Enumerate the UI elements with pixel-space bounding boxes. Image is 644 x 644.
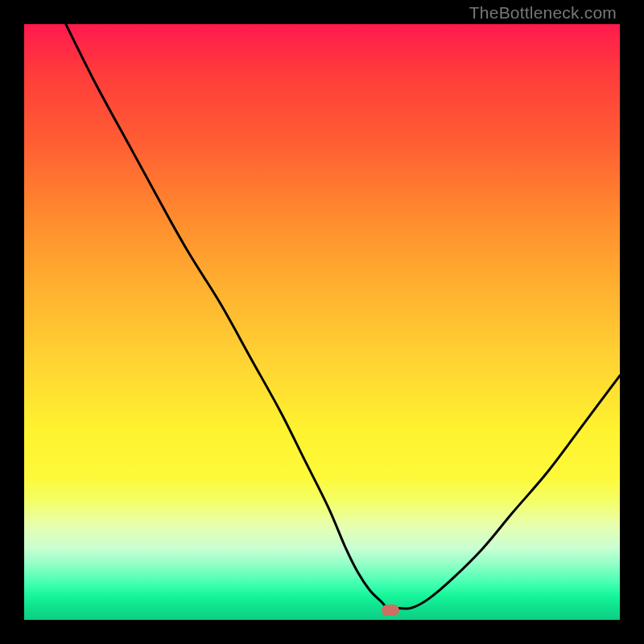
chart-frame: TheBottleneck.com (0, 0, 644, 644)
bottleneck-curve (66, 24, 620, 609)
watermark-text: TheBottleneck.com (469, 3, 617, 23)
optimum-marker (382, 605, 399, 616)
curve-layer (24, 24, 620, 620)
plot-area (24, 24, 620, 620)
